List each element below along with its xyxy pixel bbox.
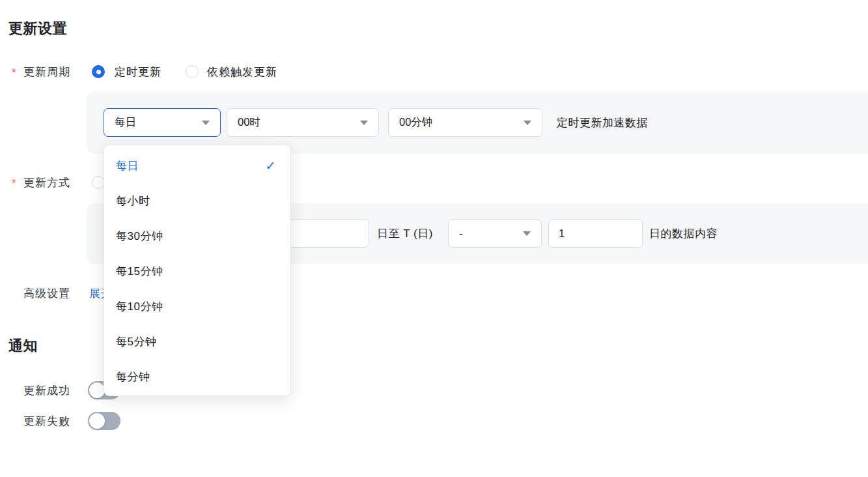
update-cycle-label: 更新周期 — [23, 65, 70, 80]
advanced-settings-label: 高级设置 — [23, 287, 70, 301]
menu-item-10min[interactable]: 每10分钟 — [104, 289, 290, 324]
notification-title: 通知 — [8, 338, 38, 354]
menu-item-15min[interactable]: 每15分钟 — [104, 253, 290, 289]
timed-update-radio-label[interactable]: 定时更新 — [115, 65, 161, 80]
hour-select-value: 00时 — [238, 115, 260, 130]
required-asterisk: * — [12, 177, 16, 191]
range-mid-text: 日至 T (日) — [377, 226, 433, 242]
menu-item-label: 每10分钟 — [116, 299, 163, 314]
update-success-label: 更新成功 — [23, 384, 70, 398]
hour-select[interactable]: 00时 — [227, 108, 379, 137]
frequency-dropdown-menu: 每日 ✓ 每小时 每30分钟 每15分钟 每10分钟 每5分钟 每分钟 — [104, 145, 291, 396]
menu-item-label: 每30分钟 — [116, 229, 163, 244]
menu-item-hourly[interactable]: 每小时 — [104, 183, 290, 218]
caret-down-icon — [202, 121, 210, 125]
menu-item-daily[interactable]: 每日 ✓ — [104, 148, 290, 183]
toggle-knob — [89, 383, 105, 398]
schedule-hint-text: 定时更新加速数据 — [557, 115, 648, 131]
range-suffix-text: 日的数据内容 — [649, 226, 718, 242]
frequency-select[interactable]: 每日 — [104, 108, 221, 137]
radio-dot — [96, 70, 101, 74]
menu-item-label: 每分钟 — [116, 369, 150, 384]
caret-down-icon — [523, 231, 531, 236]
offset-input[interactable] — [548, 219, 643, 248]
menu-item-label: 每5分钟 — [116, 334, 156, 349]
update-fail-label: 更新失败 — [23, 414, 70, 429]
menu-item-label: 每日 — [116, 158, 139, 173]
check-icon: ✓ — [266, 158, 276, 173]
operator-select-value: - — [459, 227, 463, 240]
frequency-select-value: 每日 — [115, 115, 136, 130]
caret-down-icon — [360, 121, 368, 125]
menu-item-30min[interactable]: 每30分钟 — [104, 218, 290, 253]
update-method-label: 更新方式 — [23, 176, 70, 190]
required-asterisk: * — [12, 66, 16, 80]
menu-item-5min[interactable]: 每5分钟 — [104, 324, 290, 359]
operator-select[interactable]: - — [448, 219, 542, 248]
menu-item-1min[interactable]: 每分钟 — [104, 359, 290, 394]
dependency-update-radio[interactable] — [186, 65, 199, 78]
timed-update-radio[interactable] — [92, 65, 105, 78]
minute-select[interactable]: 00分钟 — [388, 108, 542, 137]
minute-select-value: 00分钟 — [399, 115, 432, 130]
caret-down-icon — [524, 121, 531, 125]
menu-item-label: 每15分钟 — [116, 264, 163, 279]
update-method-radio[interactable] — [92, 176, 105, 189]
menu-item-label: 每小时 — [116, 194, 150, 209]
update-settings-page: 更新设置 * 更新周期 定时更新 依赖触发更新 每日 00时 00分钟 定时更新… — [0, 0, 868, 477]
fail-toggle[interactable] — [88, 412, 120, 430]
toggle-knob — [89, 413, 105, 429]
dependency-update-radio-label[interactable]: 依赖触发更新 — [207, 65, 277, 80]
page-title: 更新设置 — [8, 20, 67, 37]
